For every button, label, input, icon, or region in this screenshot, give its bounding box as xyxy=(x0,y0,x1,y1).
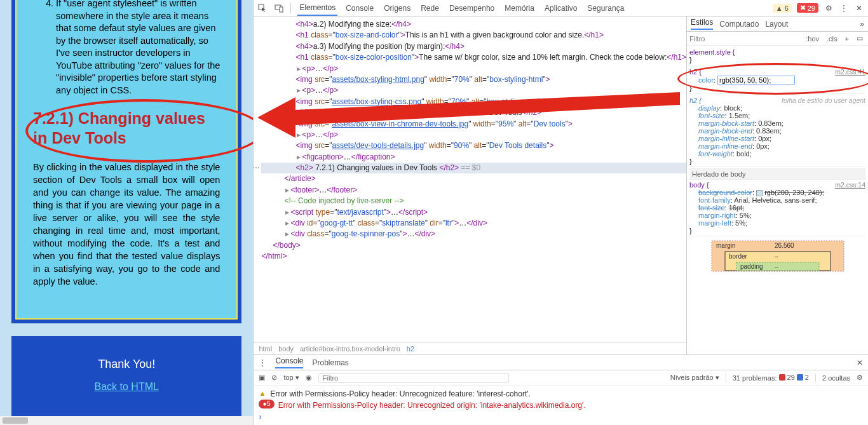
tab-memoria[interactable]: Memória xyxy=(503,1,536,15)
color-value-input[interactable]: rgb(350, 50, 50); xyxy=(717,76,795,84)
inspect-icon[interactable] xyxy=(257,3,268,13)
devtools-toolbar: Elementos Console Origens Rede Desempenh… xyxy=(254,0,868,17)
rule-element-style[interactable]: element.style {} xyxy=(689,47,865,65)
section-paragraph: By clicking in the values displayed in t… xyxy=(33,161,220,288)
console-body[interactable]: ▲Error with Permissions-Policy header: U… xyxy=(254,386,868,425)
live-expression-icon[interactable]: ◉ xyxy=(306,374,312,382)
more-tabs-icon[interactable]: » xyxy=(860,20,864,29)
tab-computado[interactable]: Computado xyxy=(719,20,759,29)
add-rule-button[interactable]: + xyxy=(843,34,851,43)
selector-text: h2 { xyxy=(689,68,702,76)
toolbar-error-badge[interactable]: ✖ 29 xyxy=(797,3,818,13)
tab-aplicativo[interactable]: Aplicativo xyxy=(543,1,579,15)
console-prompt-icon[interactable]: › xyxy=(259,411,261,422)
drawer-close-icon[interactable]: ✕ xyxy=(857,358,863,367)
log-levels-select[interactable]: Níveis padrão ▾ xyxy=(670,374,719,382)
warning-triangle-icon: ▲ xyxy=(259,388,266,399)
inherited-from-bar: Herdado de body xyxy=(689,168,865,180)
cls-toggle[interactable]: .cls xyxy=(824,34,840,43)
rule-h2[interactable]: h2 { m2.css:41 color: rgb(350, 50, 50); … xyxy=(689,67,865,94)
crumb-html[interactable]: html xyxy=(259,345,272,353)
console-gear-icon[interactable]: ⚙ xyxy=(857,374,863,382)
border-label: border xyxy=(729,253,748,260)
svg-text:–: – xyxy=(775,263,778,270)
styles-pane-icon[interactable]: ▭ xyxy=(854,34,865,43)
dom-selected-node[interactable]: <h2> 7.2.1) Changing values in Dev Tools… xyxy=(261,163,686,173)
error-count: 29 xyxy=(808,4,815,12)
styles-rules[interactable]: element.style {} h2 { m2.css:41 color: r… xyxy=(687,46,868,354)
execution-context-select[interactable]: top ▾ xyxy=(283,374,299,382)
console-filter-input[interactable] xyxy=(318,373,509,383)
problems-info-count: 2 xyxy=(805,374,809,381)
selector-text: body { xyxy=(689,181,709,189)
box-model-diagram[interactable]: margin 26.560 border – padding – xyxy=(711,240,844,272)
crumb-article[interactable]: article#box-intro.box-model-intro xyxy=(300,345,400,353)
gear-icon[interactable]: ⚙ xyxy=(824,3,834,13)
tab-estilos[interactable]: Estilos xyxy=(691,18,713,30)
crumb-body[interactable]: body xyxy=(278,345,294,353)
dom-text: This is an h1 with a given background co… xyxy=(405,30,585,39)
dom-attr: Dev tools xyxy=(534,119,566,128)
dom-text: a.2) Modifying the size: xyxy=(313,20,391,29)
dom-attr: box-styling-html xyxy=(489,75,543,84)
error-repeat-count: 5 xyxy=(267,399,271,409)
horizontal-scrollbar[interactable] xyxy=(0,416,253,425)
selector-text: h2 { xyxy=(689,97,702,104)
dom-src[interactable]: assets/box-styling-css.png xyxy=(332,97,421,106)
toolbar-warning-badge[interactable]: ▲ 6 xyxy=(773,4,792,13)
scrollbar-thumb[interactable] xyxy=(3,417,28,424)
clear-console-icon[interactable]: ⊘ xyxy=(271,374,277,382)
dom-text: a.3) Modifying the position (by margin): xyxy=(313,42,445,51)
device-toggle-icon[interactable] xyxy=(274,3,284,13)
console-sidebar-icon[interactable]: ▣ xyxy=(259,374,265,382)
dom-attr: box-size-and-color xyxy=(336,30,398,39)
dom-attr: Dev Tools details xyxy=(489,141,547,150)
margin-top-value: 26.560 xyxy=(775,242,794,249)
problems-summary[interactable]: 31 problemas: 29 2 xyxy=(733,374,809,382)
tab-desempenho[interactable]: Desempenho xyxy=(447,1,496,15)
inherited-label: Herdado de body xyxy=(692,170,745,178)
dom-text: 7.2.1) Changing values in Dev Tools xyxy=(313,163,440,172)
console-toolbar: ▣ ⊘ top ▾ ◉ Níveis padrão ▾ 31 problemas… xyxy=(254,370,868,386)
source-link[interactable]: m2.css:41 xyxy=(835,68,865,76)
console-drawer: ⋮ Console Problemas ✕ ▣ ⊘ top ▾ ◉ Níveis… xyxy=(254,354,868,425)
tab-seguranca[interactable]: Segurança xyxy=(585,1,626,15)
problems-error-count: 29 xyxy=(787,374,795,381)
dom-src[interactable]: assets/dev-tools-details.jpg xyxy=(332,141,424,150)
problems-label: 31 problemas: xyxy=(733,374,777,382)
source-link[interactable]: m2.css:14 xyxy=(835,181,865,189)
section-heading: 7.2.1) Changing values in Dev Tools xyxy=(33,109,220,149)
rule-h2-ua: h2 { folha de estilo do user agent displ… xyxy=(689,95,865,167)
dom-src[interactable]: assets/box-styling-html.png xyxy=(332,75,424,84)
list-item: If "user agent stylesheet" is written so… xyxy=(56,0,220,97)
margin-label: margin xyxy=(716,242,736,249)
dom-src[interactable]: assets/box-view-in-chrome-dev-tools.jpg xyxy=(332,119,468,128)
tab-console[interactable]: Console xyxy=(344,1,376,15)
hov-toggle[interactable]: :hov xyxy=(803,34,822,43)
back-to-html-link[interactable]: Back to HTML xyxy=(95,381,159,392)
drawer-tab-console[interactable]: Console xyxy=(275,356,303,368)
kebab-icon[interactable]: ⋮ xyxy=(839,3,849,13)
svg-rect-2 xyxy=(280,7,283,12)
drawer-tab-problemas[interactable]: Problemas xyxy=(312,358,348,367)
prop-name[interactable]: color xyxy=(698,76,714,84)
close-icon[interactable]: ✕ xyxy=(854,3,864,13)
tab-layout[interactable]: Layout xyxy=(765,20,788,29)
footer-thankyou: Thank You! xyxy=(11,358,241,371)
breadcrumb[interactable]: html body article#box-intro.box-model-in… xyxy=(254,342,686,354)
crumb-h2[interactable]: h2 xyxy=(407,345,414,353)
warning-count: 6 xyxy=(785,4,789,12)
error-repeat-badge: ● 5 xyxy=(259,400,274,408)
dom-tree[interactable]: <h4>a.2) Modifying the size:</h4> <h1 cl… xyxy=(254,17,686,342)
dom-tag: h2 xyxy=(300,163,308,172)
styles-filter-input[interactable] xyxy=(689,35,801,43)
console-warning-message: Error with Permissions-Policy header: Un… xyxy=(270,388,530,400)
drawer-kebab-icon[interactable]: ⋮ xyxy=(259,358,266,367)
dom-eq0: == $0 xyxy=(461,163,480,172)
hidden-count[interactable]: 2 ocultas xyxy=(822,374,850,382)
tab-rede[interactable]: Rede xyxy=(419,1,441,15)
tab-origens[interactable]: Origens xyxy=(382,1,412,15)
rule-body[interactable]: body { m2.css:14 background-color: rgb(2… xyxy=(689,180,865,236)
devtools-panel: Elementos Console Origens Rede Desempenh… xyxy=(253,0,868,425)
tab-elementos[interactable]: Elementos xyxy=(297,1,337,16)
